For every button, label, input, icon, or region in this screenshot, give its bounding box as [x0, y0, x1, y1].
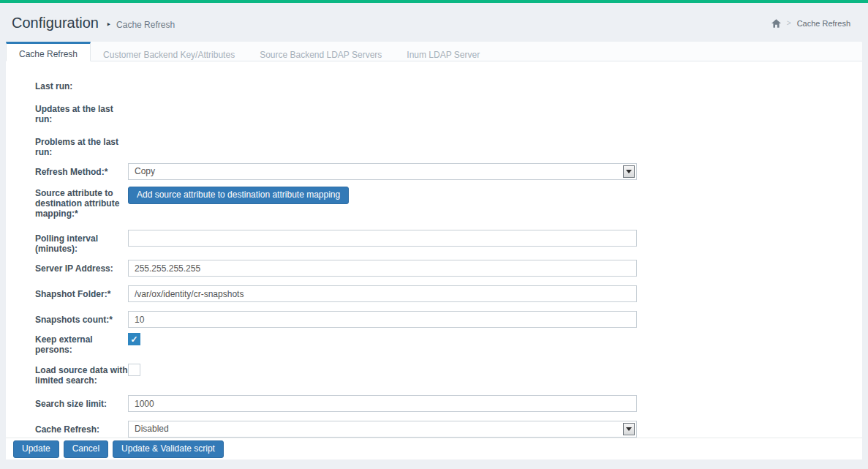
chevron-down-icon[interactable]	[623, 165, 635, 178]
field-updates-last-run: Updates at the last run:	[29, 104, 862, 124]
breadcrumb-current: Cache Refresh	[797, 19, 850, 28]
cache-refresh-selected-value: Disabled	[135, 424, 169, 434]
field-snapshot-folder: Shapshot Folder:*	[29, 285, 862, 302]
polling-interval-input[interactable]	[128, 230, 637, 247]
refresh-method-selected-value: Copy	[135, 166, 155, 176]
refresh-method-select[interactable]: Copy	[128, 163, 637, 180]
cache-refresh-status-select[interactable]: Disabled	[128, 421, 637, 438]
field-problems-last-run: Problems at the last run:	[29, 137, 862, 157]
snapshots-count-label: Snapshots count:*	[29, 311, 128, 325]
server-ip-label: Server IP Address:	[29, 260, 128, 274]
load-limited-search-label: Load source data with limited search:	[29, 364, 128, 386]
cancel-button[interactable]: Cancel	[64, 440, 108, 458]
page-title-group: Configuration ‣ Cache Refresh	[12, 15, 175, 31]
field-refresh-method: Refresh Method:* Copy	[29, 163, 862, 180]
field-last-run: Last run:	[29, 81, 862, 91]
home-icon[interactable]	[771, 19, 781, 28]
field-attribute-mapping: Source attribute to destination attribut…	[29, 187, 862, 221]
attribute-mapping-label: Source attribute to destination attribut…	[29, 187, 128, 219]
load-limited-search-checkbox[interactable]	[128, 364, 140, 376]
field-cache-refresh-status: Cache Refresh: Disabled	[29, 421, 862, 438]
breadcrumb-separator: >	[787, 19, 791, 27]
form-footer: Update Cancel Update & Validate script	[6, 438, 862, 459]
field-search-size-limit: Search size limit:	[29, 395, 862, 412]
tab-customer-backend-key-attributes[interactable]: Customer Backend Key/Attributes	[91, 42, 247, 61]
field-load-limited-search: Load source data with limited search:	[29, 364, 862, 386]
search-size-limit-label: Search size limit:	[29, 395, 128, 409]
page-subtitle: Cache Refresh	[116, 20, 175, 30]
server-ip-input[interactable]	[128, 260, 637, 277]
keep-external-persons-label: Keep external persons:	[29, 333, 128, 355]
problems-last-run-label: Problems at the last run:	[29, 137, 128, 157]
snapshot-folder-label: Shapshot Folder:*	[29, 285, 128, 299]
content-panel: Cache Refresh Customer Backend Key/Attri…	[6, 42, 862, 459]
field-keep-external-persons: Keep external persons:	[29, 333, 862, 355]
page-header: Configuration ‣ Cache Refresh > Cache Re…	[0, 3, 868, 42]
keep-external-persons-checkbox[interactable]	[128, 333, 140, 345]
snapshot-folder-input[interactable]	[128, 285, 637, 302]
field-server-ip: Server IP Address:	[29, 260, 862, 277]
breadcrumb: > Cache Refresh	[771, 19, 850, 28]
tab-inum-ldap-server[interactable]: Inum LDAP Server	[394, 42, 492, 61]
tab-cache-refresh[interactable]: Cache Refresh	[6, 42, 91, 61]
tab-source-backend-ldap-servers[interactable]: Source Backend LDAP Servers	[247, 42, 394, 61]
caret-right-icon: ‣	[106, 20, 111, 30]
update-validate-script-button[interactable]: Update & Validate script	[113, 440, 224, 458]
refresh-method-label: Refresh Method:*	[29, 163, 128, 177]
cache-refresh-status-label: Cache Refresh:	[29, 421, 128, 435]
tab-bar: Cache Refresh Customer Backend Key/Attri…	[6, 42, 862, 61]
chevron-down-icon[interactable]	[623, 423, 635, 435]
add-attribute-mapping-button[interactable]: Add source attribute to destination attr…	[128, 187, 349, 204]
polling-interval-label: Polling interval (minutes):	[29, 230, 128, 254]
last-run-label: Last run:	[29, 81, 128, 91]
page-title: Configuration	[12, 15, 99, 31]
field-snapshots-count: Snapshots count:*	[29, 311, 862, 328]
snapshots-count-input[interactable]	[128, 311, 637, 328]
update-button[interactable]: Update	[13, 440, 59, 458]
search-size-limit-input[interactable]	[128, 395, 637, 412]
field-polling-interval: Polling interval (minutes):	[29, 230, 862, 254]
updates-last-run-label: Updates at the last run:	[29, 104, 128, 124]
cache-refresh-form: Last run: Updates at the last run: Probl…	[6, 61, 862, 438]
